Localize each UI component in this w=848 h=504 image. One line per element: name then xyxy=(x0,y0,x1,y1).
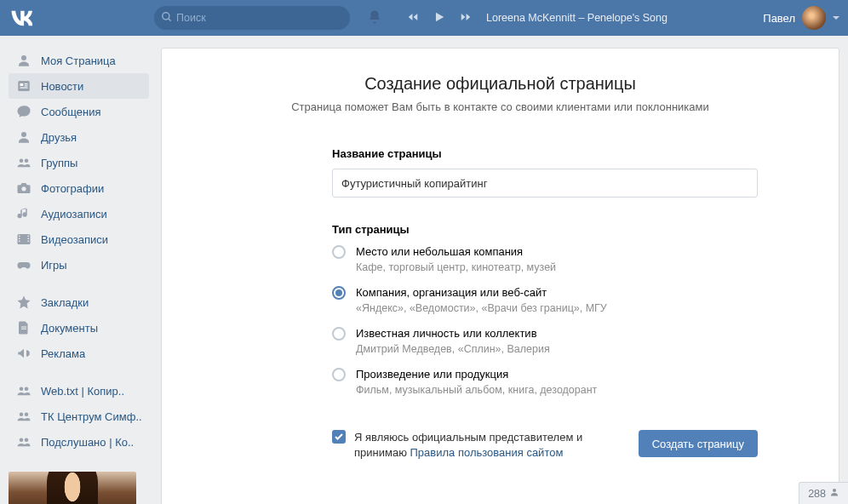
sidebar-item-video-7[interactable]: Видеозаписи xyxy=(9,226,149,252)
search-box[interactable] xyxy=(154,6,350,30)
svg-rect-7 xyxy=(20,88,28,89)
counter-value: 288 xyxy=(808,488,826,500)
groups-icon xyxy=(15,409,32,424)
sidebar-item-docs-1[interactable]: Документы xyxy=(9,315,149,341)
notifications-icon[interactable] xyxy=(367,9,382,27)
user-menu[interactable]: Павел xyxy=(763,6,839,30)
chevron-down-icon xyxy=(833,16,839,20)
svg-rect-17 xyxy=(28,238,30,240)
person-icon xyxy=(829,487,839,500)
sidebar-item-label: Сообщения xyxy=(41,106,101,118)
now-playing-track[interactable]: Loreena McKennitt – Penelope's Song xyxy=(486,12,668,24)
page-title: Создание официальной страницы xyxy=(204,74,796,94)
vk-logo-icon[interactable] xyxy=(9,6,32,30)
svg-rect-13 xyxy=(19,236,20,238)
sidebar-item-label: Закладки xyxy=(41,296,89,309)
search-input[interactable] xyxy=(176,12,343,24)
page-type-option-2[interactable]: Известная личность или коллективДмитрий … xyxy=(332,326,758,355)
sidebar-item-messages-2[interactable]: Сообщения xyxy=(9,99,149,124)
sidebar-avatar[interactable] xyxy=(9,472,136,504)
sidebar-item-label: Фотографии xyxy=(41,182,104,195)
search-icon xyxy=(161,11,173,26)
page-subtitle: Страница поможет Вам быть в контакте со … xyxy=(204,100,796,113)
messages-icon xyxy=(15,104,32,119)
sidebar-item-label: Игры xyxy=(41,259,67,272)
svg-rect-16 xyxy=(28,236,30,238)
ads-icon xyxy=(15,346,32,361)
radio-icon xyxy=(332,327,346,341)
username: Павел xyxy=(763,12,795,25)
svg-point-2 xyxy=(21,55,26,60)
audio-icon xyxy=(15,206,32,221)
svg-rect-19 xyxy=(21,327,26,328)
audio-player: Loreena McKennitt – Penelope's Song xyxy=(406,10,668,26)
news-icon xyxy=(15,78,32,94)
terms-link[interactable]: Правила пользования сайтом xyxy=(410,446,564,459)
sidebar-item-user-0[interactable]: Моя Страница xyxy=(9,48,149,73)
svg-rect-5 xyxy=(25,83,28,84)
sidebar-item-label: Подслушано | Ко.. xyxy=(41,436,134,449)
radio-label: Компания, организация или веб-сайт xyxy=(356,285,607,301)
next-track-icon[interactable] xyxy=(459,11,473,26)
radio-description: Дмитрий Медведев, «Сплин», Валерия xyxy=(356,343,550,355)
svg-point-10 xyxy=(25,159,29,163)
photos-icon xyxy=(15,180,32,196)
radio-label: Место или небольшая компания xyxy=(356,244,556,260)
svg-point-0 xyxy=(163,12,169,19)
svg-point-26 xyxy=(25,438,29,443)
sidebar-item-label: Видеозаписи xyxy=(41,233,108,246)
radio-description: Фильм, музыкальный альбом, книга, дезодо… xyxy=(356,384,597,396)
main-content: Создание официальной страницы Страница п… xyxy=(161,48,839,504)
svg-line-1 xyxy=(169,18,171,20)
sidebar-item-news-1[interactable]: Новости xyxy=(9,73,149,99)
sidebar-item-groups-2[interactable]: Подслушано | Ко.. xyxy=(9,429,149,455)
sidebar-item-photos-5[interactable]: Фотографии xyxy=(9,175,149,201)
svg-point-24 xyxy=(25,413,29,417)
sidebar-item-label: Новости xyxy=(41,80,83,93)
svg-point-25 xyxy=(20,438,24,443)
user-icon xyxy=(15,53,32,68)
svg-point-21 xyxy=(20,387,24,392)
radio-icon xyxy=(332,368,346,381)
online-counter[interactable]: 288 xyxy=(799,482,848,504)
svg-rect-3 xyxy=(18,81,30,91)
radio-label: Известная личность или коллектив xyxy=(356,326,550,341)
svg-rect-20 xyxy=(21,329,26,329)
sidebar-item-label: Моя Страница xyxy=(41,54,116,67)
sidebar-item-audio-6[interactable]: Аудиозаписи xyxy=(9,201,149,226)
create-page-button[interactable]: Создать страницу xyxy=(639,430,758,457)
sidebar-item-games-8[interactable]: Игры xyxy=(9,252,149,278)
svg-point-27 xyxy=(833,489,836,492)
radio-icon xyxy=(332,286,346,300)
sidebar-item-groups-4[interactable]: Группы xyxy=(9,150,149,175)
svg-rect-4 xyxy=(20,83,24,86)
page-name-input[interactable] xyxy=(332,169,758,198)
top-bar: Loreena McKennitt – Penelope's Song Паве… xyxy=(0,0,848,36)
svg-point-22 xyxy=(25,387,29,392)
sidebar-item-label: Документы xyxy=(41,322,98,335)
radio-label: Произведение или продукция xyxy=(356,367,597,382)
svg-rect-18 xyxy=(28,241,30,243)
sidebar-item-label: Web.txt | Копир.. xyxy=(41,385,124,398)
video-icon xyxy=(15,232,32,247)
page-type-option-1[interactable]: Компания, организация или веб-сайт«Яндек… xyxy=(332,285,758,314)
games-icon xyxy=(15,257,32,272)
sidebar-item-friends-3[interactable]: Друзья xyxy=(9,124,149,150)
page-type-option-0[interactable]: Место или небольшая компанияКафе, торгов… xyxy=(332,244,758,273)
terms-text: Я являюсь официальным представителем и п… xyxy=(354,430,604,461)
sidebar-item-groups-0[interactable]: Web.txt | Копир.. xyxy=(9,378,149,404)
radio-description: «Яндекс», «Ведомости», «Врачи без границ… xyxy=(356,302,607,314)
terms-checkbox[interactable] xyxy=(332,430,346,444)
groups-icon xyxy=(15,383,32,398)
sidebar-item-ads-2[interactable]: Реклама xyxy=(9,341,149,366)
page-type-option-3[interactable]: Произведение или продукцияФильм, музыкал… xyxy=(332,367,758,396)
svg-rect-6 xyxy=(25,85,28,86)
sidebar-item-star-0[interactable]: Закладки xyxy=(9,289,149,315)
groups-icon xyxy=(15,155,32,170)
play-icon[interactable] xyxy=(433,10,445,26)
sidebar: Моя СтраницаНовостиСообщенияДрузьяГруппы… xyxy=(9,48,149,504)
sidebar-item-groups-1[interactable]: ТК Центрум Симф.. xyxy=(9,404,149,429)
sidebar-item-label: Друзья xyxy=(41,131,77,144)
name-field-label: Название страницы xyxy=(332,147,758,160)
prev-track-icon[interactable] xyxy=(406,11,420,26)
